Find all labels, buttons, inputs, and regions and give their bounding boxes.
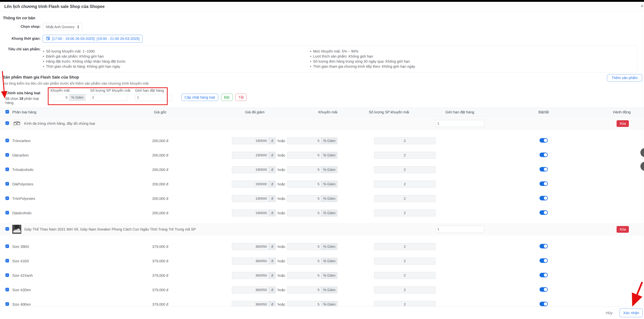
discount-percent-input[interactable]: [287, 272, 321, 279]
group-checkbox[interactable]: [6, 227, 9, 231]
shop-select[interactable]: Nhật Anh Grocery: [43, 23, 82, 31]
variant-name: Dàicarbon: [12, 153, 140, 157]
row-checkbox[interactable]: [6, 211, 9, 214]
row-checkbox[interactable]: [6, 182, 9, 186]
criteria-list-left: Số lượng khuyến mãi: 1~1000 Đánh giá sản…: [43, 48, 310, 70]
promo-qty-input[interactable]: [374, 258, 436, 264]
bulk-edit-bar: Chỉnh sửa hàng loạt đã chọn 18 phân loại…: [0, 89, 644, 104]
discount-percent-input[interactable]: [287, 258, 321, 264]
table-row: Trònalcoholic 200,000 đ đ hoặc % Giảm: [0, 162, 644, 177]
row-checkbox[interactable]: [6, 168, 9, 171]
row-checkbox[interactable]: [6, 302, 9, 306]
bulk-update-button[interactable]: Cập nhật hàng loạt: [182, 94, 218, 101]
percent-addon: % Giảm: [321, 243, 338, 250]
sale-price-input[interactable]: [232, 258, 269, 264]
original-price: 200,000 đ: [140, 182, 180, 186]
discount-percent-input[interactable]: [287, 195, 321, 202]
bulk-on-button[interactable]: Bật: [221, 94, 232, 101]
promo-qty-input[interactable]: [374, 181, 436, 188]
discount-percent-input[interactable]: [287, 166, 321, 173]
currency-addon: đ: [269, 181, 276, 188]
delete-group-button[interactable]: Xóa: [616, 226, 629, 233]
promo-qty-input[interactable]: [374, 195, 436, 202]
bulk-limit-input[interactable]: [135, 94, 172, 101]
promo-qty-input[interactable]: [374, 272, 436, 279]
enable-toggle[interactable]: [540, 258, 548, 263]
row-checkbox[interactable]: [6, 259, 9, 262]
enable-toggle[interactable]: [540, 181, 548, 186]
promo-qty-input[interactable]: [374, 286, 436, 293]
enable-toggle[interactable]: [540, 210, 548, 215]
sale-price-input[interactable]: [232, 243, 269, 250]
promo-qty-input[interactable]: [374, 137, 436, 144]
group-checkbox[interactable]: [6, 121, 9, 125]
sale-price-input[interactable]: [232, 195, 269, 202]
table-row: Dàialcoholic 200,000 đ đ hoặc % Giảm: [0, 206, 644, 220]
sale-price-input[interactable]: [232, 286, 269, 293]
row-checkbox[interactable]: [6, 139, 9, 142]
sale-price-input[interactable]: [232, 137, 269, 144]
enable-toggle[interactable]: [540, 244, 548, 248]
timeframe-picker[interactable]: [17:00 - 19:00 26-03-2025] [19:00 - 21:0…: [43, 35, 142, 43]
bulk-promo-input[interactable]: [50, 94, 70, 101]
promo-qty-input[interactable]: [374, 210, 436, 216]
discount-percent-input[interactable]: [287, 286, 321, 293]
sale-price-input[interactable]: [232, 166, 269, 173]
promo-qty-input[interactable]: [374, 166, 436, 173]
col-header-promo: Khuyến mãi: [318, 110, 338, 114]
promo-qty-input[interactable]: [374, 243, 436, 250]
timeframe-row: Khung thời gian: [17:00 - 19:00 26-03-20…: [0, 35, 644, 43]
original-price: 379,000 đ: [140, 245, 180, 249]
variant-name: Size 42Xanh: [12, 273, 140, 278]
row-checkbox[interactable]: [6, 244, 9, 248]
variant-name: Size 41Đỏ: [12, 259, 140, 263]
confirm-button[interactable]: Xác nhận: [620, 308, 642, 317]
discount-percent-input[interactable]: [287, 210, 321, 216]
sale-price-input[interactable]: [232, 210, 269, 216]
sale-price-input[interactable]: [232, 152, 269, 159]
group-name: Giày Thể Thao Nam 2021 Mới Về, Giày Nam …: [24, 227, 196, 231]
row-checkbox[interactable]: [6, 153, 9, 157]
bulk-qty-input[interactable]: [90, 94, 127, 101]
enable-toggle[interactable]: [540, 138, 548, 143]
percent-addon: % Giảm: [321, 181, 338, 188]
bulk-qty-label: Số lượng SP khuyến mãi: [90, 89, 130, 93]
row-checkbox[interactable]: [6, 273, 9, 277]
discount-percent-input[interactable]: [287, 181, 321, 188]
col-header-order-limit: Giới hạn đặt hàng: [436, 110, 484, 114]
sale-price-input[interactable]: [232, 181, 269, 188]
add-product-button[interactable]: Thêm sản phẩm: [607, 74, 642, 81]
enable-toggle[interactable]: [540, 196, 548, 200]
or-label: hoặc: [278, 153, 285, 157]
sale-price-input[interactable]: [232, 272, 269, 279]
row-checkbox[interactable]: [6, 288, 9, 291]
discount-percent-input[interactable]: [287, 137, 321, 144]
criteria-item: Số lượng đơn hàng trong vòng 30 ngày qua…: [310, 60, 415, 63]
close-icon[interactable]: ×: [640, 3, 644, 9]
group-limit-input[interactable]: [436, 120, 484, 127]
discount-percent-input[interactable]: [287, 243, 321, 250]
product-thumbnail-shoe: [12, 225, 21, 234]
enable-toggle[interactable]: [540, 287, 548, 292]
browser-top-bar: [0, 0, 644, 2]
enable-toggle[interactable]: [540, 302, 548, 306]
bulk-off-button[interactable]: Tắt: [236, 94, 247, 101]
original-price: 379,000 đ: [140, 302, 180, 306]
discount-percent-input[interactable]: [287, 152, 321, 159]
enable-toggle[interactable]: [540, 153, 548, 157]
promo-qty-input[interactable]: [374, 152, 436, 159]
select-all-checkbox[interactable]: [6, 110, 9, 114]
cancel-button[interactable]: Hủy: [605, 310, 614, 315]
or-label: hoặc: [278, 211, 285, 215]
delete-group-button[interactable]: Xóa: [616, 120, 629, 127]
currency-addon: đ: [269, 286, 276, 293]
row-checkbox[interactable]: [6, 196, 9, 200]
scrollbar-groove[interactable]: [642, 12, 642, 306]
group-limit-input[interactable]: [436, 226, 484, 233]
table-row: Size 42Đen 379,000 đ đ hoặc % Giảm: [0, 283, 644, 297]
table-row: Size 42Xanh 379,000 đ đ hoặc % Giảm: [0, 268, 644, 283]
col-header-name: Phân loại hàng: [12, 110, 140, 114]
enable-toggle[interactable]: [540, 167, 548, 171]
enable-toggle[interactable]: [540, 273, 548, 277]
table-row: Tròncarbon 200,000 đ đ hoặc % Giảm: [0, 134, 644, 148]
